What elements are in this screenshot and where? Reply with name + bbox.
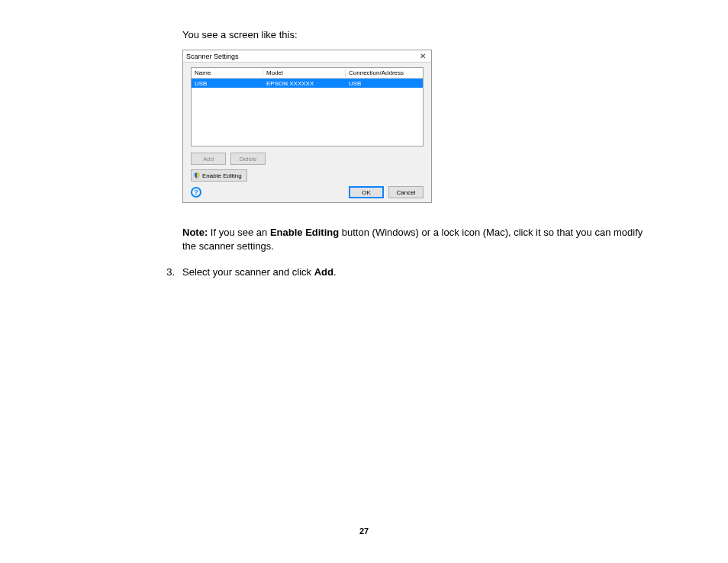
help-icon[interactable]: ?: [191, 187, 201, 198]
dialog-footer: ? OK Cancel: [191, 186, 424, 198]
step-3: 3. Select your scanner and click Add.: [156, 266, 652, 278]
cell-model: EPSON XXXXXX: [263, 79, 346, 88]
column-header-name[interactable]: Name: [192, 69, 263, 77]
page: You see a screen like this: Scanner Sett…: [0, 0, 728, 563]
column-header-connection[interactable]: Connection/Address: [346, 69, 423, 77]
cell-name: USB: [192, 79, 263, 88]
note-text-1: If you see an: [208, 227, 270, 238]
scanner-settings-dialog: Scanner Settings ✕ Name Model Connection…: [182, 50, 432, 203]
list-header: Name Model Connection/Address: [192, 68, 423, 79]
step-text-bold: Add: [314, 266, 333, 278]
step-number: 3.: [156, 266, 182, 278]
dialog-titlebar: Scanner Settings ✕: [183, 50, 431, 63]
dialog-title: Scanner Settings: [186, 53, 239, 60]
note-label: Note:: [182, 227, 208, 238]
list-buttons-row: Add Delete: [191, 153, 424, 165]
scanner-list[interactable]: Name Model Connection/Address USB EPSON …: [191, 67, 424, 146]
list-row[interactable]: USB EPSON XXXXXX USB: [192, 79, 423, 88]
close-icon[interactable]: ✕: [417, 52, 428, 60]
enable-editing-button[interactable]: Enable Editing: [191, 169, 247, 182]
ok-button[interactable]: OK: [349, 186, 384, 198]
footer-buttons: OK Cancel: [349, 186, 424, 198]
shield-icon: [194, 172, 200, 179]
dialog-body: Name Model Connection/Address USB EPSON …: [183, 63, 431, 182]
step-text-before: Select your scanner and click: [182, 266, 314, 278]
cancel-button[interactable]: Cancel: [388, 186, 424, 198]
add-button[interactable]: Add: [191, 153, 226, 165]
enable-editing-label: Enable Editing: [202, 172, 242, 179]
intro-text: You see a screen like this:: [182, 29, 648, 40]
cell-connection: USB: [346, 79, 423, 88]
step-text: Select your scanner and click Add.: [182, 266, 652, 278]
step-text-after: .: [333, 266, 337, 278]
delete-button[interactable]: Delete: [230, 153, 266, 165]
note-paragraph: Note: If you see an Enable Editing butto…: [182, 226, 656, 253]
page-number: 27: [0, 526, 728, 536]
note-bold-1: Enable Editing: [270, 227, 339, 238]
column-header-model[interactable]: Model: [263, 69, 346, 77]
